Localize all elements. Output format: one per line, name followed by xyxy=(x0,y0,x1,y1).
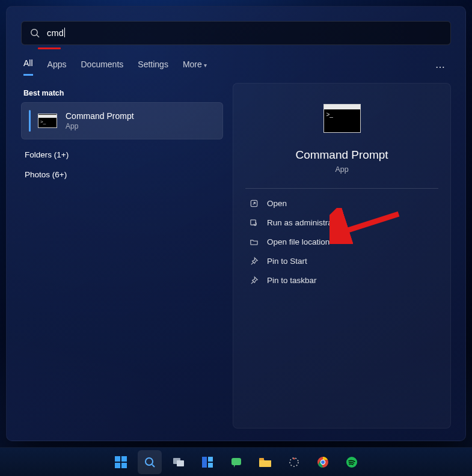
preview-title: Command Prompt xyxy=(295,148,388,162)
tab-all[interactable]: All xyxy=(23,58,33,76)
preview-subtitle: App xyxy=(335,165,348,174)
result-title: Command Prompt xyxy=(66,111,134,121)
search-icon xyxy=(30,28,40,38)
category-photos[interactable]: Photos (6+) xyxy=(25,170,223,179)
circle-dots-icon xyxy=(288,456,300,468)
file-explorer-button[interactable] xyxy=(253,450,277,474)
action-label: Pin to Start xyxy=(267,257,307,266)
filter-tabs: All Apps Documents Settings More▾ ⋯ xyxy=(21,58,451,76)
tab-settings[interactable]: Settings xyxy=(138,60,168,75)
command-prompt-icon: >_ xyxy=(323,104,361,133)
text-caret xyxy=(64,28,65,37)
chrome-button[interactable] xyxy=(311,450,335,474)
folder-icon xyxy=(249,237,259,246)
command-prompt-icon: >_ xyxy=(38,114,57,128)
taskbar-chat-button[interactable] xyxy=(224,450,248,474)
svg-rect-6 xyxy=(121,456,127,462)
preview-pane: >_ Command Prompt App Open Run as admini… xyxy=(233,83,451,429)
spotify-button[interactable] xyxy=(340,450,364,474)
spotify-icon xyxy=(346,456,358,468)
start-search-panel: cmd All Apps Documents Settings More▾ ⋯ … xyxy=(6,6,466,441)
action-label: Open file location xyxy=(267,237,329,246)
chevron-down-icon: ▾ xyxy=(204,62,207,69)
action-pin-to-taskbar[interactable]: Pin to taskbar xyxy=(245,270,438,290)
action-run-as-administrator[interactable]: Run as administrator xyxy=(245,213,438,232)
task-view-button[interactable] xyxy=(167,450,191,474)
tab-apps[interactable]: Apps xyxy=(48,60,67,75)
chrome-icon xyxy=(317,456,329,468)
svg-rect-7 xyxy=(115,463,120,468)
svg-rect-8 xyxy=(121,463,127,468)
search-icon xyxy=(144,456,156,468)
category-folders[interactable]: Folders (1+) xyxy=(25,150,223,159)
shield-icon xyxy=(249,218,259,227)
svg-point-22 xyxy=(321,460,325,464)
taskbar-app-generic[interactable] xyxy=(282,450,306,474)
svg-line-1 xyxy=(37,35,39,37)
result-command-prompt[interactable]: >_ Command Prompt App xyxy=(21,102,223,139)
svg-rect-3 xyxy=(250,219,255,224)
divider xyxy=(245,188,438,189)
windows-logo-icon xyxy=(114,456,127,469)
results-column: Best match >_ Command Prompt App Folders… xyxy=(21,83,223,429)
action-open-file-location[interactable]: Open file location xyxy=(245,232,438,251)
action-open[interactable]: Open xyxy=(245,194,438,213)
widgets-icon xyxy=(201,456,213,468)
svg-rect-15 xyxy=(208,463,213,468)
open-icon xyxy=(249,198,259,208)
tab-more[interactable]: More▾ xyxy=(183,60,207,75)
pin-icon xyxy=(249,256,259,266)
svg-point-0 xyxy=(31,29,37,35)
result-subtitle: App xyxy=(66,122,134,130)
overflow-menu-button[interactable]: ⋯ xyxy=(433,59,449,75)
best-match-label: Best match xyxy=(23,89,223,97)
action-label: Run as administrator xyxy=(267,218,342,227)
taskbar xyxy=(0,447,472,476)
folder-icon xyxy=(259,457,272,468)
tab-documents[interactable]: Documents xyxy=(81,60,123,75)
svg-rect-12 xyxy=(177,460,184,466)
action-pin-to-start[interactable]: Pin to Start xyxy=(245,251,438,270)
selection-indicator xyxy=(29,110,31,132)
chat-icon xyxy=(230,456,242,468)
svg-rect-14 xyxy=(208,457,213,462)
svg-point-19 xyxy=(293,457,295,459)
svg-point-9 xyxy=(146,458,153,465)
action-label: Pin to taskbar xyxy=(267,276,317,285)
svg-rect-17 xyxy=(259,458,264,460)
search-input[interactable]: cmd xyxy=(21,21,451,45)
svg-rect-13 xyxy=(202,457,207,468)
svg-line-10 xyxy=(152,465,155,467)
svg-rect-5 xyxy=(115,456,120,462)
start-button[interactable] xyxy=(109,450,133,474)
pin-icon xyxy=(249,275,259,285)
search-query-text: cmd xyxy=(47,28,64,38)
task-view-icon xyxy=(173,457,185,467)
annotation-underline xyxy=(38,47,61,49)
taskbar-search-button[interactable] xyxy=(138,450,162,474)
action-label: Open xyxy=(267,199,287,208)
svg-rect-16 xyxy=(231,458,241,465)
tab-more-label: More xyxy=(183,60,202,69)
widgets-button[interactable] xyxy=(195,450,219,474)
